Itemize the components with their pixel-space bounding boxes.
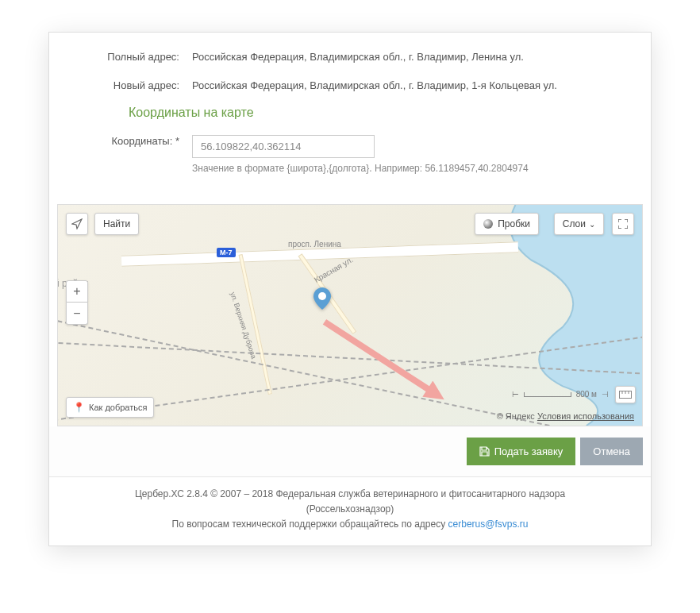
submit-button[interactable]: Подать заявку [467,438,576,465]
fullscreen-button[interactable] [612,213,634,235]
coords-hint: Значение в формате {широта},{долгота}. Н… [192,163,627,174]
full-address-row: Полный адрес: Российская Федерация, Влад… [73,48,627,63]
map-marker-icon[interactable] [313,287,331,305]
full-address-value: Российская Федерация, Владимирская обл.,… [192,48,627,63]
scale-bracket-icon: ⊢ [512,390,519,399]
footer: Цербер.ХС 2.8.4 © 2007 – 2018 Федеральна… [49,476,651,546]
full-address-label: Полный адрес: [73,48,192,63]
ruler-button[interactable] [615,386,636,403]
svg-point-0 [318,292,326,300]
cancel-button[interactable]: Отмена [580,438,643,465]
footer-copyright: Цербер.ХС 2.8.4 © 2007 – 2018 Федеральна… [65,487,635,502]
road-shield-m7: М-7 [217,248,236,257]
support-email-link[interactable]: cerberus@fsvps.ru [448,519,529,530]
footer-org: (Россельхознадзор) [65,502,635,517]
new-address-row: Новый адрес: Российская Федерация, Влади… [73,77,627,91]
terms-link[interactable]: Условия использования [537,411,634,421]
ruler-icon [619,391,632,399]
location-arrow-icon [71,218,83,229]
route-button[interactable]: 📍 Как добраться [66,397,154,418]
minus-icon: − [73,306,80,321]
new-address-label: Новый адрес: [73,77,192,91]
locate-button[interactable] [66,213,88,235]
save-icon [479,446,490,457]
layers-select[interactable]: Слои ⌄ [554,213,604,235]
main-panel: Полный адрес: Российская Федерация, Влад… [48,32,652,546]
coords-row: Координаты: * Значение в формате {широта… [73,133,627,174]
new-address-value: Российская Федерация, Владимирская обл.,… [192,77,627,91]
traffic-button[interactable]: Пробки [475,213,539,235]
footer-support: По вопросам технической поддержки обраща… [65,517,635,532]
coords-section-title: Координаты на карте [129,106,627,120]
coords-input[interactable] [192,135,375,158]
zoom-in-button[interactable]: + [66,280,88,303]
pin-icon: 📍 [73,402,85,413]
plus-icon: + [73,284,80,299]
map[interactable]: М-7 просп. Ленина Красная ул. ул. Верхня… [57,204,643,426]
form-section: Полный адрес: Российская Федерация, Влад… [49,33,651,196]
coords-label: Координаты: * [73,133,192,147]
map-attribution: © Яндекс Условия использования [497,411,634,421]
road-label-lenina: просп. Ленина [288,240,341,249]
scale-bracket-icon: ⊣ [602,390,609,399]
zoom-controls: + − [66,280,88,325]
find-button[interactable]: Найти [94,213,139,235]
action-bar: Подать заявку Отмена [49,426,651,476]
zoom-out-button[interactable]: − [66,303,88,325]
scale-bar: ⊢ 800 м ⊣ [512,390,609,399]
fullscreen-icon [618,219,628,229]
chevron-down-icon: ⌄ [589,220,595,229]
traffic-icon [483,219,493,229]
